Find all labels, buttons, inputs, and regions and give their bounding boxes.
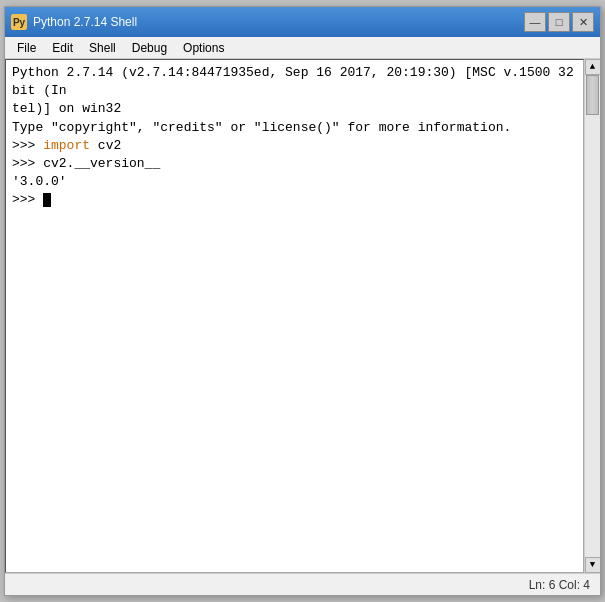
- terminal-line7: >>>: [12, 192, 51, 207]
- title-bar: Py Python 2.7.14 Shell — □ ✕: [5, 7, 600, 37]
- status-bar: Ln: 6 Col: 4: [5, 573, 600, 595]
- menu-shell[interactable]: Shell: [81, 39, 124, 57]
- status-text: Ln: 6 Col: 4: [529, 578, 590, 592]
- terminal-line2: tel)] on win32: [12, 101, 121, 116]
- menu-bar: File Edit Shell Debug Options: [5, 37, 600, 59]
- scrollbar-up-arrow[interactable]: ▲: [585, 59, 601, 75]
- terminal-output[interactable]: Python 2.7.14 (v2.7.14:84471935ed, Sep 1…: [5, 59, 584, 573]
- menu-options[interactable]: Options: [175, 39, 232, 57]
- scrollbar-thumb[interactable]: [586, 75, 599, 115]
- python-shell-window: Py Python 2.7.14 Shell — □ ✕ File Edit S…: [4, 6, 601, 596]
- window-controls: — □ ✕: [524, 12, 594, 32]
- title-bar-left: Py Python 2.7.14 Shell: [11, 14, 137, 30]
- scrollbar-down-arrow[interactable]: ▼: [585, 557, 601, 573]
- terminal-line1: Python 2.7.14 (v2.7.14:84471935ed, Sep 1…: [12, 65, 582, 98]
- terminal-line3: Type "copyright", "credits" or "license(…: [12, 120, 511, 135]
- menu-file[interactable]: File: [9, 39, 44, 57]
- terminal-line4: >>> import cv2: [12, 138, 121, 153]
- menu-debug[interactable]: Debug: [124, 39, 175, 57]
- menu-edit[interactable]: Edit: [44, 39, 81, 57]
- window-title: Python 2.7.14 Shell: [33, 15, 137, 29]
- minimize-button[interactable]: —: [524, 12, 546, 32]
- terminal-line5: >>> cv2.__version__: [12, 156, 160, 171]
- maximize-button[interactable]: □: [548, 12, 570, 32]
- terminal-line6: '3.0.0': [12, 174, 67, 189]
- scrollbar-track[interactable]: [585, 75, 600, 557]
- close-button[interactable]: ✕: [572, 12, 594, 32]
- content-area: Python 2.7.14 (v2.7.14:84471935ed, Sep 1…: [5, 59, 600, 573]
- app-icon: Py: [11, 14, 27, 30]
- scrollbar-vertical[interactable]: ▲ ▼: [584, 59, 600, 573]
